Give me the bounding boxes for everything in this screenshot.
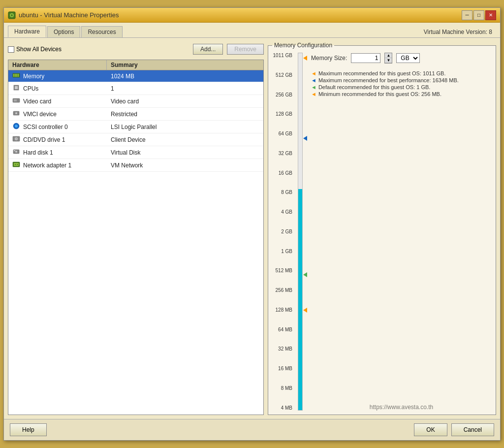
slider-labels: 1011 GB512 GB256 GB128 GB64 GB32 GB16 GB… [272,53,294,411]
mem-note: ◄Maximum recommended for best performanc… [311,77,492,83]
table-row[interactable]: CD/DVD drive 1 Client Device [8,133,263,146]
spinner-down[interactable]: ▼ [385,58,392,63]
mem-size-row: Memory Size: ▲ ▼ GB MB [311,53,492,64]
spinner-wrap: ▲ ▼ [384,53,392,64]
table-row[interactable]: Memory 1024 MB [8,70,263,82]
title-bar: ubuntu - Virtual Machine Properties ─ □ … [4,8,500,23]
spinner-up[interactable]: ▲ [385,53,392,58]
svg-rect-25 [17,164,18,165]
table-row[interactable]: Video card Video card [8,95,263,108]
svg-rect-23 [14,163,19,166]
col-hardware: Hardware [8,60,107,70]
td-name: Video card [8,95,107,107]
harddisk-icon [12,148,20,157]
mem-note-arrow: ◄ [311,91,316,97]
slider-label: 32 GB [272,151,292,156]
table-row[interactable]: Network adapter 1 VM Network [8,159,263,172]
slider-fill [298,189,302,411]
remove-button[interactable]: Remove [227,44,264,55]
svg-rect-7 [18,74,19,77]
mem-note-text: Maximum recommended for this guest OS: 1… [318,70,446,76]
slider-label: 8 GB [272,190,292,195]
mem-note: ◄Maximum recommended for this guest OS: … [311,70,492,76]
show-all-row: Show All Devices Add... Remove [8,42,264,57]
svg-point-15 [15,125,18,128]
mem-size-label: Memory Size: [311,55,347,62]
td-summary: Video card [107,96,263,106]
mem-note-text: Default recommended for this guest OS: 1… [318,84,430,90]
slider-label: 16 MB [272,366,292,371]
maximize-button[interactable]: □ [473,10,484,20]
network-icon [12,160,20,170]
svg-point-18 [16,138,17,139]
cpu-icon [12,84,20,93]
help-button[interactable]: Help [10,423,47,436]
ok-button[interactable]: OK [414,423,447,436]
slider-label: 4 GB [272,209,292,215]
mem-note-text: Minimum recommended for this guest OS: 2… [318,91,441,97]
mem-note: ◄Minimum recommended for this guest OS: … [311,91,492,97]
mem-config-content: 1011 GB512 GB256 GB128 GB64 GB32 GB16 GB… [272,53,492,411]
svg-rect-4 [13,74,14,77]
table-row[interactable]: VMCI device Restricted [8,108,263,121]
slider-label: 512 GB [272,72,292,78]
td-name: Hard disk 1 [8,146,107,159]
mem-size-input[interactable] [351,53,380,63]
window-controls: ─ □ ✕ [462,10,496,20]
td-summary: LSI Logic Parallel [107,122,263,132]
mem-config-title: Memory Configuration [272,42,334,49]
add-button[interactable]: Add... [193,44,223,55]
scsi-icon [12,122,20,131]
marker-max-os [303,56,307,61]
svg-point-13 [15,112,17,114]
mem-notes: ◄Maximum recommended for this guest OS: … [311,70,492,98]
tab-resources[interactable]: Resources [81,26,122,37]
hardware-table: Hardware Summary Memory 1024 MB CPUs 1 V… [8,60,264,415]
marker-min [303,308,307,313]
tab-options[interactable]: Options [47,26,80,37]
slider-label: 128 GB [272,111,292,117]
td-summary: Restricted [107,109,263,119]
td-name: Network adapter 1 [8,159,107,171]
content-area: Show All Devices Add... Remove Hardware … [4,38,500,419]
version-label: Virtual Machine Version: 8 [424,29,496,37]
tab-hardware[interactable]: Hardware [8,26,46,37]
watermark: https://www.avesta.co.th [311,404,492,411]
slider-label: 2 GB [272,229,292,234]
table-row[interactable]: Hard disk 1 Virtual Disk [8,146,263,159]
svg-rect-9 [15,86,18,89]
mem-note-arrow: ◄ [311,84,316,90]
slider-label: 8 MB [272,385,292,391]
main-window: ubuntu - Virtual Machine Properties ─ □ … [3,7,501,441]
svg-rect-6 [16,74,17,77]
minimize-button[interactable]: ─ [462,10,472,20]
svg-point-2 [11,14,13,16]
left-panel: Show All Devices Add... Remove Hardware … [8,42,264,415]
show-all-checkbox[interactable] [8,46,14,53]
td-summary: Client Device [107,135,263,145]
close-button[interactable]: ✕ [485,10,496,20]
slider-label: 128 MB [272,307,292,313]
td-name: CPUs [8,82,107,95]
table-row[interactable]: SCSI controller 0 LSI Logic Parallel [8,121,263,133]
td-summary: 1024 MB [107,71,263,81]
cancel-button[interactable]: Cancel [451,423,494,436]
mem-note-arrow: ◄ [311,70,316,76]
svg-rect-5 [15,74,16,77]
table-row[interactable]: CPUs 1 [8,82,263,95]
unit-select[interactable]: GB MB [396,53,420,63]
footer: Help OK Cancel [4,419,500,440]
table-header: Hardware Summary [8,60,263,70]
videocard-icon [12,96,20,106]
slider-label: 64 MB [272,327,292,332]
mem-note-arrow: ◄ [311,77,316,83]
slider-label: 256 MB [272,288,292,293]
td-summary: 1 [107,84,263,94]
td-name: VMCI device [8,108,107,120]
svg-rect-11 [14,99,17,101]
svg-rect-21 [14,150,15,151]
svg-point-20 [15,151,17,153]
slider-track-container [294,53,306,411]
slider-label: 256 GB [272,92,292,97]
vmci-icon [12,109,20,119]
